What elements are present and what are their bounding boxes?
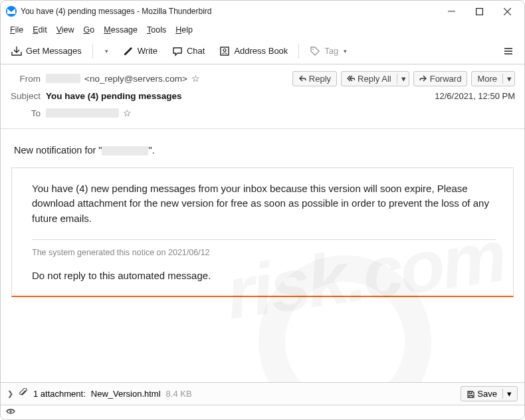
chevron-down-icon[interactable]: ▾ <box>397 74 406 84</box>
hamburger-menu-button[interactable] <box>498 43 519 59</box>
online-status-icon[interactable] <box>6 407 15 419</box>
svg-rect-0 <box>476 8 482 15</box>
from-label: From <box>10 74 46 84</box>
from-address: <no_reply@servers.com> <box>84 74 187 84</box>
reply-all-icon <box>347 74 355 82</box>
save-icon <box>467 390 474 398</box>
svg-point-2 <box>223 49 226 51</box>
message-box: You have (4) new pending messages from y… <box>11 167 514 297</box>
toolbar: Get Messages ▾ Write Chat Address Book T… <box>1 38 524 64</box>
get-messages-button[interactable]: Get Messages <box>6 43 87 59</box>
tag-button[interactable]: Tag ▾ <box>304 43 352 59</box>
chevron-right-icon[interactable]: ❯ <box>7 389 13 398</box>
reply-icon <box>298 74 306 82</box>
separator <box>32 239 496 240</box>
star-icon[interactable]: ☆ <box>123 108 132 118</box>
titlebar: You have (4) pending messages - Mozilla … <box>1 1 524 22</box>
pencil-icon <box>123 46 134 56</box>
save-label: Save <box>477 389 497 399</box>
redacted-recipient <box>46 108 119 118</box>
subject-value: You have (4) pending messages <box>46 91 182 101</box>
toolbar-label: Get Messages <box>26 46 82 56</box>
menu-help[interactable]: Help <box>171 24 197 36</box>
reply-all-button[interactable]: Reply All ▾ <box>341 71 409 86</box>
forward-icon <box>419 74 427 82</box>
toolbar-label: Address Book <box>234 46 288 56</box>
subject-label: Subject <box>10 91 46 101</box>
close-button[interactable] <box>495 2 519 21</box>
attachment-size: 8.4 KB <box>166 389 192 399</box>
menu-message[interactable]: Message <box>100 24 142 36</box>
toolbar-label: Chat <box>187 46 205 56</box>
chevron-down-icon[interactable]: ▾ <box>502 74 512 84</box>
svg-point-3 <box>312 49 314 50</box>
window-title: You have (4) pending messages - Mozilla … <box>21 7 212 16</box>
address-book-button[interactable]: Address Book <box>214 43 293 59</box>
forward-button[interactable]: Forward <box>413 71 468 86</box>
attachment-count: 1 attachment: <box>33 389 86 399</box>
chat-button[interactable]: Chat <box>167 43 210 59</box>
menu-view[interactable]: View <box>52 24 78 36</box>
timestamp: 12/6/2021, 12:50 PM <box>435 91 515 101</box>
to-label: To <box>10 108 46 118</box>
svg-point-4 <box>10 410 12 412</box>
paperclip-icon <box>19 388 28 399</box>
notification-line: New notification for "". <box>14 144 511 158</box>
more-button[interactable]: More ▾ <box>471 71 515 86</box>
toolbar-label: Tag <box>324 46 338 56</box>
star-icon[interactable]: ☆ <box>191 73 200 84</box>
from-value[interactable]: <no_reply@servers.com> ☆ <box>46 73 292 84</box>
maximize-button[interactable] <box>467 2 491 21</box>
menu-tools[interactable]: Tools <box>143 24 170 36</box>
address-book-icon <box>219 46 230 56</box>
attachment-bar: ❯ 1 attachment: New_Version.html 8.4 KB … <box>1 382 524 405</box>
menu-edit[interactable]: Edit <box>29 24 51 36</box>
minimize-button[interactable] <box>439 2 463 21</box>
action-label: Reply All <box>358 74 391 84</box>
inbox-download-icon <box>11 46 22 56</box>
menu-file[interactable]: File <box>6 24 27 36</box>
attachment-name[interactable]: New_Version.html <box>91 389 161 399</box>
menubar: File Edit View Go Message Tools Help <box>1 22 524 38</box>
message-headers: From <no_reply@servers.com> ☆ Reply Repl… <box>1 64 524 129</box>
chevron-down-icon[interactable]: ▾ <box>502 389 512 399</box>
redacted-recipient-inline <box>102 146 148 156</box>
separator <box>298 44 299 58</box>
action-label: Forward <box>430 74 462 84</box>
write-button[interactable]: Write <box>118 43 163 59</box>
chat-icon <box>172 46 183 56</box>
noreply-text: Do not reply to this automated message. <box>32 268 496 284</box>
action-label: More <box>477 74 497 84</box>
generated-notice: The system generated this notice on 2021… <box>32 247 496 259</box>
separator <box>92 44 93 58</box>
reply-button[interactable]: Reply <box>292 71 337 86</box>
message-body: risk.com New notification for "". You ha… <box>1 129 524 382</box>
menu-go[interactable]: Go <box>80 24 99 36</box>
to-value[interactable]: ☆ <box>46 108 515 118</box>
save-attachment-button[interactable]: Save ▾ <box>461 386 518 401</box>
get-messages-dropdown[interactable]: ▾ <box>98 45 114 57</box>
tag-icon <box>310 46 320 56</box>
action-label: Reply <box>309 74 331 84</box>
app-icon <box>6 6 17 17</box>
status-bar <box>1 405 524 419</box>
redacted-sender-name <box>46 74 80 83</box>
menu-icon <box>503 46 514 56</box>
message-main-text: You have (4) new pending messages from y… <box>32 181 496 227</box>
toolbar-label: Write <box>138 46 158 56</box>
message-actions: Reply Reply All ▾ Forward More ▾ <box>292 71 515 86</box>
